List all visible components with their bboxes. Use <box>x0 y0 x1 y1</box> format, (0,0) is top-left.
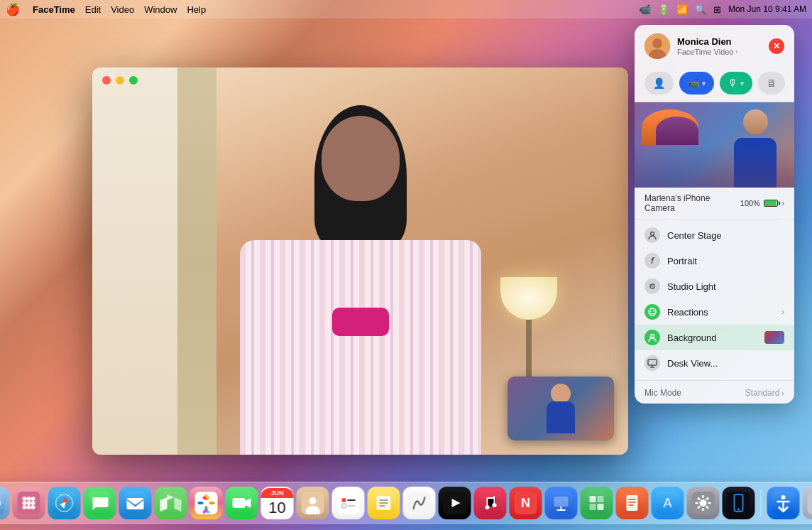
center-stage-icon <box>644 227 660 243</box>
dock-item-photos[interactable] <box>190 487 223 519</box>
background-icon <box>644 330 660 345</box>
preview-body <box>547 401 575 433</box>
dock-item-launchpad[interactable] <box>13 487 45 519</box>
dock-item-numbers[interactable] <box>581 487 613 519</box>
camera-bar[interactable]: Marlena's iPhone Camera 100% › <box>635 188 794 220</box>
svg-rect-34 <box>127 498 144 509</box>
dock-item-safari[interactable] <box>48 487 81 519</box>
svg-point-1 <box>652 38 662 48</box>
person-view-button[interactable]: 👤 <box>644 72 674 94</box>
window-maximize-button[interactable] <box>129 76 138 85</box>
dock-item-news[interactable]: N <box>510 487 542 519</box>
svg-point-21 <box>31 497 35 501</box>
dock-item-facetime[interactable] <box>226 487 258 519</box>
person-icon: 👤 <box>653 77 665 89</box>
battery-percent-label: 100% <box>740 199 760 207</box>
svg-point-19 <box>23 497 27 501</box>
menu-bar-battery-icon: 🔋 <box>658 4 669 15</box>
bg-mountain2 <box>656 117 698 145</box>
background-item[interactable]: Background <box>635 325 794 350</box>
portrait-icon: f <box>644 253 660 269</box>
dock-item-notes[interactable] <box>368 487 400 519</box>
portrait-item[interactable]: f Portrait <box>635 248 794 274</box>
contact-avatar <box>644 33 670 59</box>
dock-item-accessibility[interactable] <box>767 487 800 519</box>
svg-point-23 <box>27 501 31 505</box>
video-camera-icon: 📹 <box>688 77 700 89</box>
close-call-button[interactable]: ✕ <box>769 38 784 54</box>
menu-bar-search-icon[interactable]: 🔍 <box>695 4 706 15</box>
dock-item-reminders[interactable] <box>332 487 365 519</box>
svg-rect-46 <box>233 498 246 508</box>
svg-point-100 <box>737 509 740 511</box>
dock-item-calendar[interactable]: JUN 10 <box>261 487 294 519</box>
svg-point-68 <box>485 505 490 509</box>
contact-name: Monica Dien <box>677 36 762 48</box>
dock-item-music[interactable] <box>474 487 507 519</box>
dock-item-trash[interactable] <box>803 487 813 519</box>
svg-point-27 <box>31 505 35 509</box>
reactions-item[interactable]: Reactions › <box>635 299 794 325</box>
preview-head <box>551 384 571 404</box>
dock-item-keynote[interactable] <box>545 487 578 519</box>
desk-view-item[interactable]: Desk View... <box>635 350 794 376</box>
menu-bar-wifi-icon: 📶 <box>676 4 688 15</box>
person-face <box>322 116 400 201</box>
dock-item-messages[interactable] <box>84 487 116 519</box>
dock-item-system-settings[interactable] <box>687 487 720 519</box>
camera-battery-info: 100% › <box>740 198 784 208</box>
calendar-month-label: JUN <box>261 488 294 498</box>
mic-mode-row[interactable]: Mic Mode Standard › <box>635 382 794 404</box>
microphone-button[interactable]: 🎙 ▾ <box>720 72 752 94</box>
dock-item-mail[interactable] <box>119 487 152 519</box>
contact-info: Monica Dien FaceTime Video › <box>677 36 762 57</box>
menu-bar-edit[interactable]: Edit <box>85 4 101 15</box>
menu-bar-window[interactable]: Window <box>144 4 177 15</box>
svg-rect-78 <box>598 496 604 502</box>
menu-bar-time: Mon Jun 10 9:41 AM <box>728 4 806 14</box>
reactions-icon <box>644 304 660 320</box>
menu-bar: 🍎 FaceTime Edit Video Window Help 📹 🔋 📶 … <box>0 0 812 18</box>
studio-light-item[interactable]: Studio Light <box>635 274 794 299</box>
contact-subtitle: FaceTime Video › <box>677 48 762 56</box>
svg-rect-98 <box>728 492 750 514</box>
panel-header: Monica Dien FaceTime Video › ✕ <box>635 25 794 66</box>
dock-item-appletv[interactable] <box>439 487 471 519</box>
camera-expand-chevron-icon[interactable]: › <box>781 198 784 208</box>
studio-light-icon <box>644 278 660 294</box>
menu-bar-left: 🍎 FaceTime Edit Video Window Help <box>6 3 206 16</box>
screen-share-button[interactable]: 🖥 <box>758 72 785 94</box>
menu-bar-right: 📹 🔋 📶 🔍 ⊞ Mon Jun 10 9:41 AM <box>639 4 806 15</box>
menu-bar-help[interactable]: Help <box>187 4 206 15</box>
center-stage-item[interactable]: Center Stage <box>635 222 794 248</box>
menu-bar-video[interactable]: Video <box>111 4 134 15</box>
svg-point-3 <box>651 232 654 236</box>
apple-logo-icon[interactable]: 🍎 <box>6 3 20 16</box>
studio-light-label: Studio Light <box>667 281 784 292</box>
battery-icon <box>764 200 778 207</box>
svg-text:N: N <box>521 496 530 510</box>
dock-item-maps[interactable] <box>155 487 187 519</box>
svg-rect-73 <box>554 497 569 507</box>
self-view-preview <box>508 377 614 440</box>
menu-bar-control-center-icon[interactable]: ⊞ <box>713 4 721 15</box>
dock-item-appstore[interactable]: A <box>652 487 684 519</box>
dock-item-iphone-mirroring[interactable] <box>723 487 755 519</box>
shirt-collar <box>332 308 389 336</box>
dock-item-contacts[interactable] <box>297 487 329 519</box>
svg-rect-51 <box>337 492 360 514</box>
svg-point-26 <box>27 505 31 509</box>
window-minimize-button[interactable] <box>116 76 124 85</box>
svg-point-102 <box>781 495 786 499</box>
svg-point-52 <box>342 498 346 502</box>
window-close-button[interactable] <box>102 76 111 85</box>
video-button[interactable]: 📹 ▾ <box>679 72 714 94</box>
svg-point-89 <box>700 499 707 507</box>
panel-video-preview <box>635 102 794 188</box>
dock-item-finder[interactable] <box>0 487 10 519</box>
svg-point-6 <box>649 308 656 315</box>
dock-item-pages[interactable] <box>616 487 649 519</box>
svg-point-49 <box>309 497 317 504</box>
menu-bar-app-name[interactable]: FaceTime <box>33 4 75 15</box>
dock-item-freeform[interactable] <box>403 487 436 519</box>
